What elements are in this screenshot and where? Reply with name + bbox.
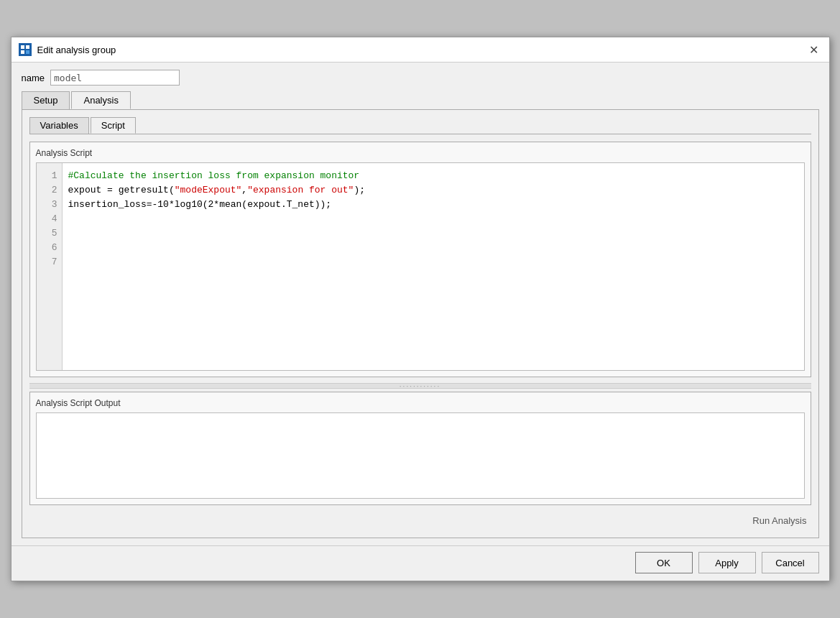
line-numbers: 1 2 3 4 5 6 7	[37, 163, 63, 370]
button-row: OK Apply Cancel	[11, 545, 829, 581]
resize-dots: ············	[400, 382, 440, 390]
close-button[interactable]: ✕	[806, 42, 822, 57]
analysis-script-section: Analysis Script 1 2 3 4 5 6 7 #Calculate…	[29, 142, 811, 377]
ok-button[interactable]: OK	[635, 552, 693, 573]
title-bar-left: Edit analysis group	[19, 43, 116, 56]
edit-analysis-dialog: Edit analysis group ✕ name Setup Analysi…	[11, 37, 830, 581]
resize-handle[interactable]: ············	[29, 383, 811, 389]
tab-content-analysis: Variables Script Analysis Script 1 2 3 4…	[22, 110, 819, 538]
output-area	[36, 412, 805, 499]
dialog-body: name Setup Analysis Variables Script Ana…	[11, 63, 829, 545]
apply-button[interactable]: Apply	[698, 552, 756, 573]
outer-tabs-container: Setup Analysis Variables Script Analysis…	[22, 91, 819, 538]
run-analysis-row: Run Analysis	[29, 511, 811, 530]
inner-tabs: Variables Script	[29, 117, 811, 134]
name-label: name	[22, 73, 45, 83]
code-text[interactable]: #Calculate the insertion loss from expan…	[63, 163, 804, 370]
dialog-icon	[19, 43, 32, 56]
name-row: name	[22, 70, 819, 86]
analysis-output-section: Analysis Script Output	[29, 392, 811, 505]
dialog-title: Edit analysis group	[37, 45, 116, 55]
name-input[interactable]	[50, 70, 180, 86]
run-analysis-button[interactable]: Run Analysis	[748, 514, 811, 527]
svg-rect-4	[26, 50, 29, 54]
code-editor[interactable]: 1 2 3 4 5 6 7 #Calculate the insertion l…	[36, 162, 805, 371]
tab-analysis[interactable]: Analysis	[71, 91, 130, 109]
inner-tab-script[interactable]: Script	[91, 117, 136, 134]
tab-setup[interactable]: Setup	[22, 91, 70, 109]
outer-tabs: Setup Analysis	[22, 91, 819, 110]
title-bar: Edit analysis group ✕	[11, 37, 829, 63]
svg-rect-3	[21, 50, 24, 54]
svg-rect-2	[26, 45, 29, 49]
analysis-output-label: Analysis Script Output	[36, 398, 805, 408]
analysis-script-label: Analysis Script	[36, 148, 805, 158]
svg-rect-1	[21, 45, 24, 49]
cancel-button[interactable]: Cancel	[762, 552, 819, 573]
inner-tab-variables[interactable]: Variables	[29, 117, 89, 134]
